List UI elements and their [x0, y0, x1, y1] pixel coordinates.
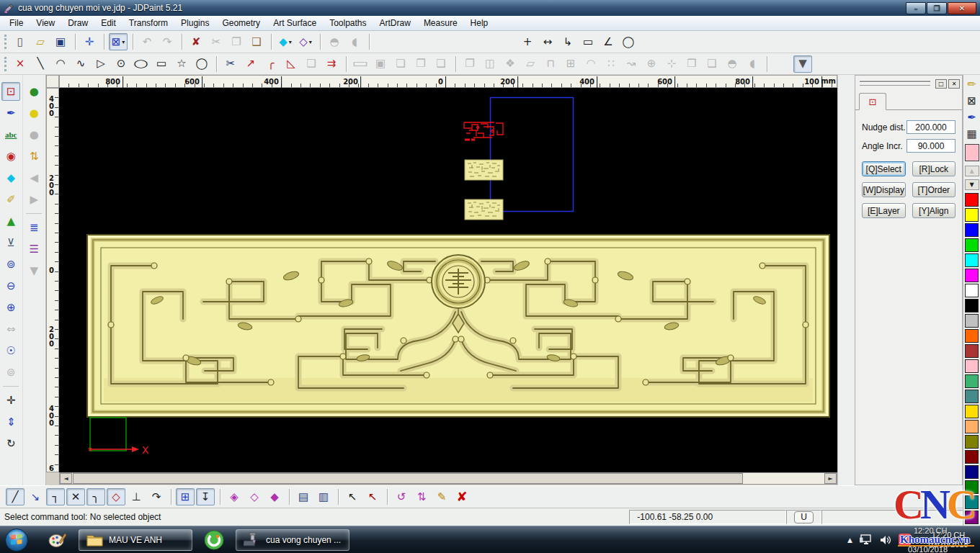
snap-arc-icon[interactable]: ╮ — [86, 488, 105, 505]
toolbar-grip[interactable] — [4, 57, 6, 71]
color-swatch[interactable] — [965, 329, 979, 343]
light-icon[interactable]: ● — [24, 104, 43, 122]
color-swatch[interactable] — [965, 269, 979, 282]
offset-curve-icon[interactable]: ⇉ — [322, 55, 341, 73]
engrave-tool-icon[interactable]: ✐ — [1, 190, 20, 209]
select-properties-tab[interactable]: ⊡ — [859, 93, 886, 110]
selection-rectangle[interactable] — [491, 98, 574, 212]
measure-angle-icon[interactable]: ∠ — [599, 33, 618, 50]
move-anchor-icon[interactable]: ✛ — [80, 33, 99, 50]
show-all-icon[interactable]: ☉ — [1, 341, 20, 360]
color-swatch[interactable] — [965, 359, 979, 373]
layers-icon[interactable]: ☰ — [24, 240, 43, 258]
panel-close-icon[interactable]: ✕ — [948, 79, 960, 89]
color-swatch[interactable] — [965, 344, 979, 358]
draw-ellipse-icon[interactable]: ○ — [132, 55, 151, 73]
align-bottom-icon[interactable]: ▤ — [294, 488, 313, 505]
color-swatch[interactable] — [965, 374, 979, 388]
color-swatch[interactable] — [965, 390, 979, 403]
panel-splitter[interactable] — [837, 75, 855, 485]
scroll-left-icon[interactable]: ◄ — [60, 473, 72, 484]
open-file-icon[interactable]: ▱ — [31, 33, 50, 50]
menu-measure[interactable]: Measure — [417, 17, 464, 30]
draw-polygon-icon[interactable]: ◯ — [192, 55, 211, 73]
tray-expand-icon[interactable]: ▲ — [847, 536, 852, 544]
marquee-icon[interactable]: ⊠ — [964, 94, 980, 108]
draw-line-icon[interactable]: ╲ — [31, 55, 50, 73]
menu-artdraw[interactable]: ArtDraw — [373, 17, 417, 30]
network-icon[interactable] — [860, 534, 873, 546]
color-swatch[interactable] — [965, 299, 979, 313]
scroll-right-icon[interactable]: ► — [824, 473, 837, 484]
panel-button-torder[interactable]: [T]Order — [912, 182, 956, 197]
edit-colors-icon[interactable]: ▦ — [964, 127, 980, 141]
dropdown-arrow-icon[interactable]: ▾ — [309, 39, 312, 45]
pick-remove-icon[interactable]: ↖ — [363, 488, 382, 505]
menu-transform[interactable]: Transform — [122, 17, 174, 30]
measure-circle-icon[interactable]: ◯ — [619, 33, 638, 50]
pencil-icon[interactable]: ✏ — [964, 77, 980, 91]
measure-step-icon[interactable]: ↳ — [558, 33, 577, 50]
draw-spline-icon[interactable]: ∿ — [71, 55, 90, 73]
menu-help[interactable]: Help — [464, 17, 495, 30]
snap-intersection-icon[interactable]: ✕ — [66, 488, 85, 505]
menu-art-surface[interactable]: Art Surface — [267, 17, 323, 30]
dropdown-arrow-icon[interactable]: ▾ — [122, 39, 125, 45]
menu-plugins[interactable]: Plugins — [174, 17, 215, 30]
draw-point-icon[interactable]: × — [11, 55, 30, 73]
menu-edit[interactable]: Edit — [94, 17, 122, 30]
coccoc-browser-icon[interactable] — [203, 529, 225, 551]
refresh-view-icon[interactable]: ↻ — [1, 434, 20, 453]
fillet-icon[interactable]: ╭ — [262, 55, 280, 73]
snap-axis-icon[interactable]: ↧ — [196, 488, 215, 505]
zoom-in-icon[interactable]: ⊕ — [1, 298, 20, 317]
draw-polyline-icon[interactable]: ▷ — [92, 55, 110, 73]
snap-center-icon[interactable]: ◈ — [225, 488, 244, 505]
draw-rectangle-icon[interactable]: ▭ — [152, 55, 171, 73]
panel-button-yalign[interactable]: [Y]Align — [912, 203, 956, 218]
delete-icon[interactable]: ✘ — [187, 33, 205, 50]
node-edit-tool-icon[interactable]: ✒ — [1, 104, 20, 122]
shaded-view-icon[interactable]: ◆▾ — [276, 33, 295, 50]
color-swatch[interactable] — [965, 193, 979, 207]
dropdown-arrow-icon[interactable]: ▾ — [289, 39, 292, 45]
taskbar-folder-window[interactable]: MAU VE ANH — [79, 529, 192, 551]
relief-preview-2[interactable] — [465, 199, 503, 220]
snap-midpoint-icon[interactable]: ◇ — [245, 488, 264, 505]
color-swatch[interactable] — [965, 450, 979, 464]
toolbar-options-icon[interactable]: ▼ — [793, 55, 812, 73]
pick-add-icon[interactable]: ↖ — [343, 488, 362, 505]
cnc-tool-icon[interactable]: ⊻ — [1, 233, 20, 252]
measure-distance-icon[interactable]: ↔ — [538, 33, 557, 50]
chamfer-icon[interactable]: ◺ — [282, 55, 300, 73]
panel-button-wdisplay[interactable]: [W]Display — [862, 182, 906, 197]
panel-header[interactable]: □ ✕ — [855, 76, 962, 90]
carved-panel-artwork[interactable] — [87, 235, 829, 417]
current-color-swatch[interactable] — [965, 144, 979, 161]
trim-icon[interactable]: ✂ — [221, 55, 240, 73]
color-swatch[interactable] — [965, 435, 979, 449]
rotate-copy-icon[interactable]: ↺ — [392, 488, 411, 505]
color-swatch[interactable] — [965, 420, 979, 433]
relief-preview-1[interactable] — [465, 160, 503, 180]
draw-circle-icon[interactable]: ⊙ — [112, 55, 130, 73]
volume-icon[interactable] — [880, 534, 891, 546]
close-button[interactable]: ✕ — [948, 2, 976, 14]
select-tool-icon[interactable]: ⊡ — [1, 82, 20, 101]
color-swatch[interactable] — [965, 208, 979, 222]
scrollbar-thumb[interactable] — [73, 473, 743, 484]
color-swatch[interactable] — [965, 253, 979, 267]
paint-taskbar-icon[interactable] — [46, 529, 68, 551]
taskbar-jdpaint-window[interactable]: cua vong chuyen ... — [236, 529, 349, 551]
cancel-command-icon[interactable]: ✘ — [453, 488, 471, 505]
snap-tangent-icon[interactable]: ↷ — [147, 488, 166, 505]
menu-toolpaths[interactable]: Toolpaths — [323, 17, 373, 30]
title-bar[interactable]: cua vong chuyen moi ve.jdp - JDPaint 5.2… — [0, 0, 980, 16]
snap-endpoint-icon[interactable]: ╱ — [6, 488, 24, 505]
zoom-vertical-icon[interactable]: ⇕ — [1, 413, 20, 431]
uppercase-toggle[interactable]: U — [786, 510, 821, 524]
eyedropper-icon[interactable]: ✒ — [964, 110, 980, 125]
minimize-button[interactable]: – — [906, 2, 926, 14]
color-swatch[interactable] — [965, 465, 979, 479]
align-top-icon[interactable]: ▥ — [314, 488, 333, 505]
